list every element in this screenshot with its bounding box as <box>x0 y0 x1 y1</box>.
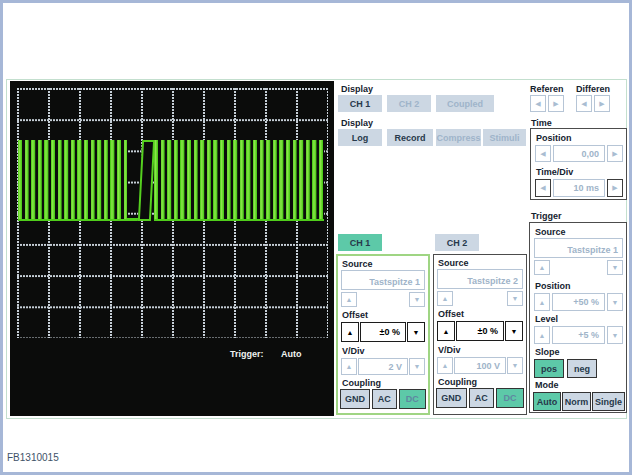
trigger-position-down-button[interactable]: ▼ <box>607 293 623 311</box>
mode-norm-button[interactable]: Norm <box>562 392 591 411</box>
display-compress-button[interactable]: Compress <box>436 129 481 146</box>
ch1-vdiv-up-button[interactable]: ▲ <box>341 358 357 375</box>
ch2-source-down-button[interactable]: ▼ <box>507 291 523 306</box>
time-position-left-button[interactable]: ◀ <box>535 145 551 162</box>
reference-label: Referen <box>530 84 564 94</box>
reference-right-button[interactable]: ▶ <box>548 95 564 112</box>
up-arrow-icon: ▲ <box>347 329 354 336</box>
timediv-label: Time/Div <box>536 167 573 177</box>
timediv-left-button[interactable]: ◀ <box>535 179 551 197</box>
ch1-source-stepper: ▲ ▼ <box>341 292 425 307</box>
ch1-source-down-button[interactable]: ▼ <box>409 292 425 307</box>
ch2-tab-button[interactable]: CH 2 <box>435 234 479 251</box>
display-coupled-button[interactable]: Coupled <box>436 95 494 112</box>
slope-neg-button[interactable]: neg <box>567 359 597 378</box>
right-arrow-icon: ▶ <box>599 100 604 108</box>
up-arrow-icon: ▲ <box>443 328 450 335</box>
slope-pos-button[interactable]: pos <box>534 359 564 378</box>
trigger-status-label: Trigger: <box>230 349 264 359</box>
ch1-offset-value[interactable]: ±0 % <box>360 322 406 342</box>
ch1-coupling-gnd-button[interactable]: GND <box>340 389 370 409</box>
down-arrow-icon: ▼ <box>414 363 421 370</box>
ch1-tab-button[interactable]: CH 1 <box>338 234 382 251</box>
display-ch1-button[interactable]: CH 1 <box>338 95 382 112</box>
ch1-source-up-button[interactable]: ▲ <box>341 292 357 307</box>
square-wave-trace <box>18 140 324 221</box>
up-arrow-icon: ▲ <box>442 362 449 369</box>
time-position-right-button[interactable]: ▶ <box>607 145 623 162</box>
display-log-button[interactable]: Log <box>338 129 382 146</box>
trigger-status-value: Auto <box>281 349 302 359</box>
up-arrow-icon: ▲ <box>539 264 546 271</box>
ch2-offset-down-button[interactable]: ▼ <box>505 321 523 341</box>
left-arrow-icon: ◀ <box>535 100 540 108</box>
down-arrow-icon: ▼ <box>413 329 420 336</box>
ch2-coupling-buttons: GND AC DC <box>436 388 524 408</box>
reference-stepper: ◀ ▶ <box>530 95 565 112</box>
display-channels-label: Display <box>341 84 373 94</box>
down-arrow-icon: ▼ <box>612 332 619 339</box>
display-record-button[interactable]: Record <box>387 129 433 146</box>
wave-wide-pulse <box>138 140 155 221</box>
timediv-stepper: ◀ 10 ms ▶ <box>535 179 623 197</box>
trigger-level-label: Level <box>535 314 558 324</box>
ch1-vdiv-down-button[interactable]: ▼ <box>409 358 425 375</box>
ch1-vdiv-value[interactable]: 2 V <box>358 358 408 375</box>
differential-left-button[interactable]: ◀ <box>576 95 592 112</box>
down-arrow-icon: ▼ <box>512 295 519 302</box>
trigger-slope-label: Slope <box>535 347 560 357</box>
time-position-value[interactable]: 0,00 <box>553 145 605 162</box>
ch2-source-up-button[interactable]: ▲ <box>437 291 453 306</box>
down-arrow-icon: ▼ <box>512 362 519 369</box>
ch2-source-value[interactable]: Tastspitze 2 <box>437 269 523 289</box>
left-arrow-icon: ◀ <box>581 100 586 108</box>
trigger-position-value[interactable]: +50 % <box>552 293 605 311</box>
trigger-level-value[interactable]: +5 % <box>552 326 605 344</box>
ch2-vdiv-value[interactable]: 100 V <box>454 357 506 374</box>
trigger-source-value[interactable]: Tastspitze 1 <box>534 238 623 258</box>
ch2-vdiv-up-button[interactable]: ▲ <box>437 357 453 374</box>
ch2-vdiv-down-button[interactable]: ▼ <box>507 357 523 374</box>
differential-right-button[interactable]: ▶ <box>594 95 610 112</box>
trigger-slope-buttons: pos neg <box>534 359 597 378</box>
timediv-value[interactable]: 10 ms <box>553 179 605 197</box>
ch2-offset-up-button[interactable]: ▲ <box>437 321 455 341</box>
ch2-source-stepper: ▲ ▼ <box>437 291 523 306</box>
down-arrow-icon: ▼ <box>612 264 619 271</box>
timediv-right-button[interactable]: ▶ <box>607 179 623 197</box>
mode-auto-button[interactable]: Auto <box>533 392 561 411</box>
ch2-coupling-gnd-button[interactable]: GND <box>436 388 467 408</box>
trigger-level-down-button[interactable]: ▼ <box>607 326 623 344</box>
trigger-source-down-button[interactable]: ▼ <box>607 260 623 275</box>
ch1-source-value[interactable]: Tastspitze 1 <box>341 270 425 290</box>
display-stimuli-button[interactable]: Stimuli <box>483 129 526 146</box>
display-mode-label: Display <box>341 118 373 128</box>
ch1-offset-label: Offset <box>342 310 368 320</box>
trigger-level-up-button[interactable]: ▲ <box>534 326 550 344</box>
up-arrow-icon: ▲ <box>539 299 546 306</box>
differential-label: Differen <box>576 84 610 94</box>
display-ch2-button[interactable]: CH 2 <box>387 95 431 112</box>
right-arrow-icon: ▶ <box>612 184 617 192</box>
mode-single-button[interactable]: Single <box>592 392 625 411</box>
time-position-label: Position <box>536 133 572 143</box>
ch1-offset-up-button[interactable]: ▲ <box>341 322 359 342</box>
reference-left-button[interactable]: ◀ <box>530 95 546 112</box>
ch1-coupling-dc-button[interactable]: DC <box>399 389 426 409</box>
down-arrow-icon: ▼ <box>511 328 518 335</box>
up-arrow-icon: ▲ <box>442 295 449 302</box>
trigger-position-up-button[interactable]: ▲ <box>534 293 550 311</box>
left-arrow-icon: ◀ <box>540 150 545 158</box>
ch2-coupling-dc-button[interactable]: DC <box>496 388 524 408</box>
ch1-vdiv-label: V/Div <box>342 346 365 356</box>
trigger-mode-buttons: Auto Norm Single <box>533 392 625 411</box>
ch2-coupling-ac-button[interactable]: AC <box>469 388 494 408</box>
up-arrow-icon: ▲ <box>346 363 353 370</box>
down-arrow-icon: ▼ <box>612 299 619 306</box>
ch2-offset-value[interactable]: ±0 % <box>456 321 504 341</box>
ch1-offset-down-button[interactable]: ▼ <box>407 322 425 342</box>
time-position-stepper: ◀ 0,00 ▶ <box>535 145 623 162</box>
trigger-section-label: Trigger <box>531 211 562 221</box>
trigger-source-up-button[interactable]: ▲ <box>534 260 550 275</box>
ch1-coupling-ac-button[interactable]: AC <box>372 389 397 409</box>
